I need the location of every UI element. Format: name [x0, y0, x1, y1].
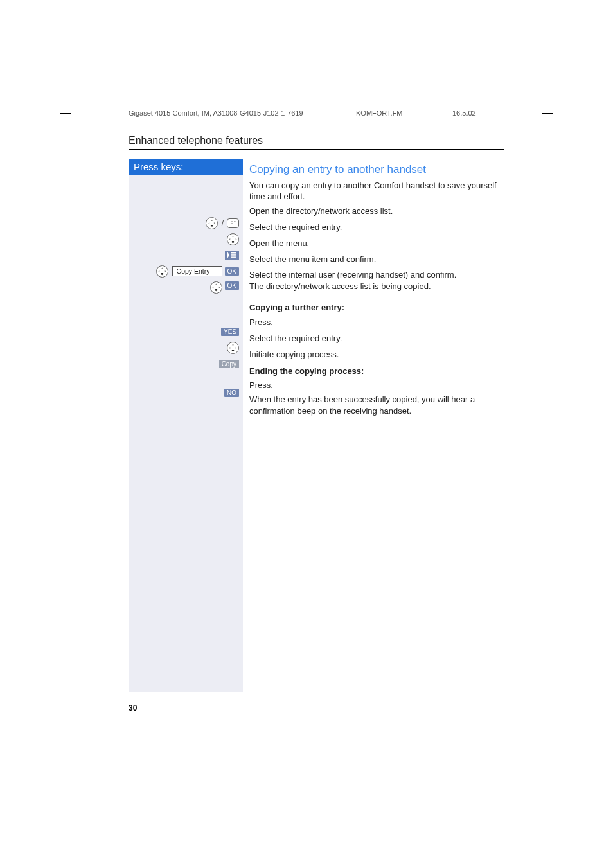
keys-column: Press keys: /: [129, 159, 243, 692]
step-select-confirm: Select the menu item and confirm.: [249, 254, 376, 265]
svg-rect-4: [231, 256, 236, 258]
step-open-menu: Open the menu.: [249, 238, 309, 249]
key-copy-entry: Copy Entry OK: [129, 264, 243, 278]
key-select-entry-2: [129, 341, 243, 355]
doc-date: 16.5.02: [452, 109, 504, 117]
menu-item-copy-entry: Copy Entry: [172, 266, 222, 276]
step-select-user-1: Select the internal user (receiving hand…: [249, 270, 456, 279]
doc-id: Gigaset 4015 Comfort, IM, A31008-G4015-J…: [129, 109, 356, 117]
yes-softkey: YES: [221, 328, 239, 336]
further-copy: Initiate copying process.: [249, 349, 339, 360]
svg-rect-3: [231, 254, 236, 256]
svg-rect-0: [211, 225, 213, 227]
ok-softkey: OK: [225, 267, 239, 276]
instruction-column: Copying an entry to another handset You …: [243, 159, 504, 692]
copy-softkey: Copy: [219, 360, 239, 368]
key-no: NO: [129, 385, 243, 400]
key-open-directory: /: [129, 216, 243, 230]
keys-header: Press keys:: [129, 159, 243, 175]
further-heading: Copying a further entry:: [249, 302, 504, 314]
svg-rect-1: [232, 241, 234, 243]
svg-rect-7: [232, 350, 234, 351]
svg-rect-2: [231, 252, 236, 254]
dpad-nav-icon: [210, 281, 222, 294]
running-header: Gigaset 4015 Comfort, IM, A31008-G4015-J…: [129, 109, 504, 117]
subheading: Copying an entry to another handset: [249, 163, 504, 177]
svg-rect-5: [161, 273, 163, 275]
step-select-user-2: The directory/network access list is bei…: [249, 281, 431, 291]
further-press: Press.: [249, 317, 273, 328]
step-select-entry: Select the required entry.: [249, 222, 342, 233]
page-number: 30: [129, 704, 504, 713]
dpad-down-icon: [206, 217, 218, 229]
slash: /: [221, 218, 224, 228]
key-open-menu: [129, 248, 243, 262]
page: Gigaset 4015 Comfort, IM, A31008-G4015-J…: [0, 0, 613, 713]
dpad-nav-icon: [227, 342, 239, 354]
intro-text: You can copy an entry to another Comfort…: [249, 180, 504, 202]
further-select: Select the required entry.: [249, 333, 342, 344]
ending-after: When the entry has been successfully cop…: [249, 394, 475, 416]
menu-softkey-icon: [225, 251, 239, 260]
ok-softkey: OK: [225, 281, 239, 290]
no-softkey: NO: [224, 389, 239, 397]
list-key-icon: [227, 218, 239, 228]
key-copy: Copy: [129, 357, 243, 371]
ending-press: Press.: [249, 380, 273, 391]
dpad-nav-icon: [156, 265, 168, 278]
section-title: Enhanced telephone features: [129, 135, 504, 150]
step-open-dir: Open the directory/network access list.: [249, 206, 393, 217]
key-select-entry: [129, 232, 243, 246]
doc-file: KOMFORT.FM: [356, 109, 452, 117]
key-yes: YES: [129, 324, 243, 339]
dpad-nav-icon: [227, 233, 239, 245]
ending-heading: Ending the copying process:: [249, 366, 504, 377]
step-select-user: Select the internal user (receiving hand…: [249, 269, 504, 298]
key-select-user: OK: [129, 280, 243, 310]
svg-rect-6: [215, 289, 217, 291]
